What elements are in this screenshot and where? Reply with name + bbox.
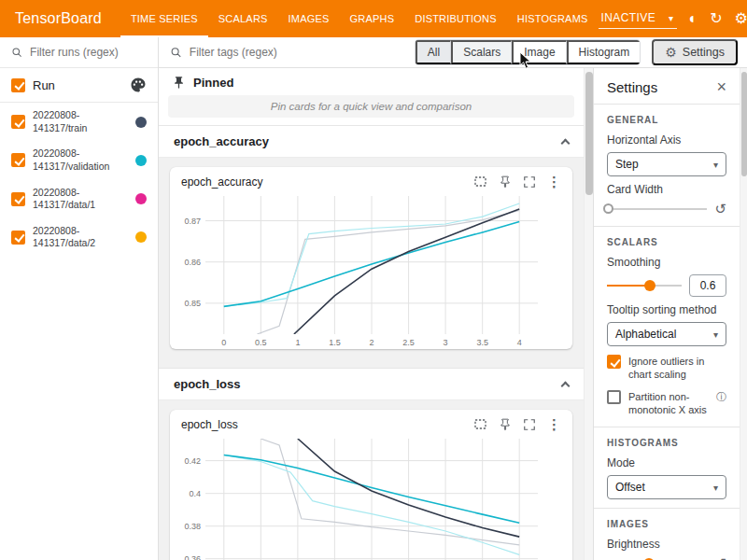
tab-histograms[interactable]: HISTOGRAMS: [507, 0, 599, 37]
slider-thumb[interactable]: [644, 280, 655, 291]
tooltip-sorting-select[interactable]: Alphabetical ▾: [607, 322, 726, 346]
reload-status-dropdown[interactable]: INACTIVE ▾: [599, 8, 677, 29]
smoothing-slider[interactable]: [607, 279, 682, 292]
palette-icon[interactable]: [130, 77, 147, 93]
filter-scalars-button[interactable]: Scalars: [451, 40, 512, 64]
filter-histogram-button[interactable]: Histogram: [567, 40, 641, 64]
ignore-outliers-checkbox[interactable]: [607, 355, 621, 369]
chevron-down-icon: ▾: [713, 483, 718, 493]
epoch-accuracy-chart[interactable]: 00.511.522.533.540.850.860.87: [172, 190, 543, 349]
tab-time-series[interactable]: TIME SERIES: [120, 0, 208, 37]
settings-panel-title: Settings: [607, 79, 657, 95]
card-width-label: Card Width: [607, 183, 726, 196]
settings-general-section: GENERAL Horizontal Axis Step ▾ Card Widt…: [594, 105, 740, 226]
svg-text:4: 4: [517, 338, 522, 347]
svg-text:0.42: 0.42: [184, 456, 201, 466]
section-title: epoch_accuracy: [174, 134, 269, 148]
settings-toggle-button[interactable]: ⚙ Settings: [652, 39, 738, 65]
settings-panel: Settings × GENERAL Horizontal Axis Step …: [593, 68, 740, 560]
horizontal-axis-value: Step: [615, 158, 639, 171]
fullscreen-icon[interactable]: [523, 175, 536, 189]
svg-text:0: 0: [221, 338, 226, 347]
filter-runs-input[interactable]: [30, 46, 147, 59]
tooltip-sorting-label: Tooltip sorting method: [607, 303, 726, 316]
main-scrollbar[interactable]: [584, 68, 593, 560]
refresh-icon[interactable]: ↻: [710, 11, 722, 26]
scrollbar-thumb[interactable]: [741, 72, 747, 176]
run-row-validation[interactable]: 20220808-141317/validation: [0, 141, 158, 179]
svg-text:0.38: 0.38: [184, 522, 201, 531]
tab-graphs[interactable]: GRAPHS: [340, 0, 405, 37]
run-checkbox[interactable]: [11, 115, 25, 129]
theme-toggle-icon[interactable]: ◐: [689, 11, 698, 26]
card-title: epoch_accuracy: [181, 175, 473, 189]
chevron-down-icon: ▾: [713, 329, 718, 340]
slider-thumb[interactable]: [603, 203, 613, 214]
runs-sidebar: Run 20220808-141317/train 20220808-14131…: [0, 37, 159, 560]
scalars-section-label: SCALARS: [607, 237, 726, 247]
card-title: epoch_loss: [181, 418, 473, 431]
settings-button-label: Settings: [683, 46, 725, 59]
select-all-runs-checkbox[interactable]: [11, 78, 25, 92]
fit-domain-icon[interactable]: [473, 175, 487, 189]
epoch-loss-chart[interactable]: 00.511.522.533.540.360.380.40.42: [172, 433, 543, 560]
smoothing-input[interactable]: 0.6: [689, 274, 726, 297]
reload-status-value: INACTIVE: [601, 11, 656, 24]
run-name: 20220808-141317/data/1: [33, 187, 128, 212]
partition-x-axis-checkbox[interactable]: [607, 390, 621, 404]
run-row-data-1[interactable]: 20220808-141317/data/1: [0, 180, 158, 218]
run-color-dot: [135, 193, 147, 204]
collapse-section-icon[interactable]: [561, 138, 571, 147]
scrollbar-thumb[interactable]: [585, 72, 593, 195]
tooltip-sorting-value: Alphabetical: [615, 328, 676, 341]
reset-brightness-icon[interactable]: ↺: [714, 556, 726, 560]
scalar-card-epoch-loss: epoch_loss ⋮ 00.511.522.533.540.360.380.…: [170, 410, 572, 560]
search-icon: [170, 46, 182, 59]
histograms-section-label: HISTOGRAMS: [607, 438, 726, 448]
histogram-mode-value: Offset: [615, 481, 645, 494]
filter-tags-input[interactable]: [190, 46, 407, 59]
gear-icon[interactable]: ⚙: [735, 11, 747, 26]
info-icon: ⓘ: [716, 390, 726, 404]
pin-outline-icon[interactable]: [499, 418, 512, 431]
settings-images-section: IMAGES Brightness ↺ Contrast ↺: [594, 509, 740, 560]
horizontal-axis-label: Horizontal Axis: [607, 133, 726, 147]
settings-scrollbar[interactable]: [740, 68, 747, 560]
run-checkbox[interactable]: [11, 231, 25, 245]
app-header: TensorBoard TIME SERIES SCALARS IMAGES G…: [0, 0, 747, 37]
reset-card-width-icon[interactable]: ↺: [714, 202, 726, 216]
more-options-icon[interactable]: ⋮: [547, 417, 561, 431]
svg-text:0.85: 0.85: [184, 299, 201, 308]
fit-domain-icon[interactable]: [473, 417, 487, 431]
run-name: 20220808-141317/train: [33, 109, 128, 134]
runs-column-header: Run: [33, 78, 122, 92]
svg-text:1.5: 1.5: [329, 338, 341, 347]
run-color-dot: [135, 117, 147, 128]
histogram-mode-select[interactable]: Offset ▾: [607, 475, 726, 499]
run-checkbox[interactable]: [11, 192, 25, 206]
histogram-mode-label: Mode: [607, 456, 726, 469]
filter-tags-row: [170, 46, 407, 59]
run-row-train[interactable]: 20220808-141317/train: [0, 103, 158, 141]
svg-text:0.5: 0.5: [255, 338, 267, 347]
svg-text:0.36: 0.36: [184, 554, 201, 560]
tab-images[interactable]: IMAGES: [278, 0, 340, 37]
gear-icon: ⚙: [665, 46, 677, 59]
more-options-icon[interactable]: ⋮: [547, 175, 561, 189]
main-nav: TIME SERIES SCALARS IMAGES GRAPHS DISTRI…: [120, 0, 599, 37]
fullscreen-icon[interactable]: [523, 418, 536, 431]
tab-scalars[interactable]: SCALARS: [208, 0, 278, 37]
collapse-section-icon[interactable]: [561, 381, 571, 390]
run-row-data-2[interactable]: 20220808-141317/data/2: [0, 218, 158, 257]
close-icon[interactable]: ×: [716, 78, 726, 95]
tab-distributions[interactable]: DISTRIBUTIONS: [404, 0, 507, 37]
svg-text:3: 3: [444, 338, 448, 347]
section-epoch-accuracy: epoch_accuracy epoch_accuracy: [159, 126, 584, 369]
run-checkbox[interactable]: [11, 153, 25, 167]
cards-area: Pinned Pin cards for a quick view and co…: [159, 68, 584, 560]
svg-text:1: 1: [295, 338, 300, 347]
filter-all-button[interactable]: All: [416, 40, 451, 64]
horizontal-axis-select[interactable]: Step ▾: [607, 152, 726, 176]
pin-outline-icon[interactable]: [499, 175, 512, 189]
card-width-slider[interactable]: [607, 203, 707, 216]
